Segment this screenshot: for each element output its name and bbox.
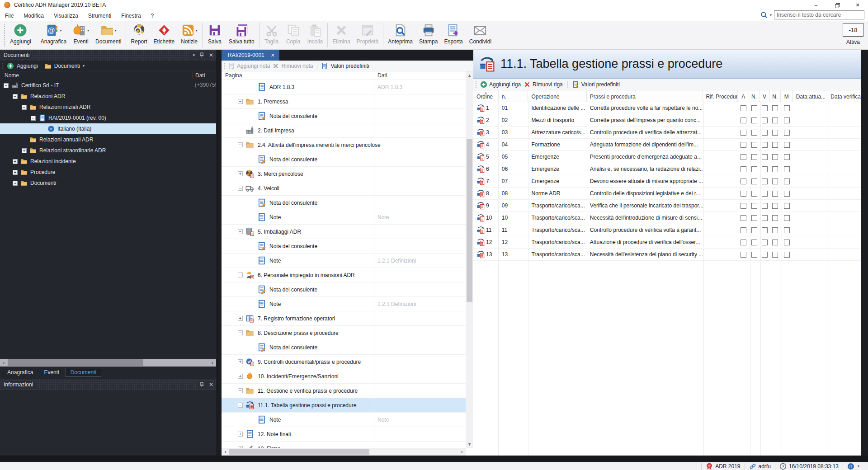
- checkbox-unchecked[interactable]: [741, 166, 746, 172]
- checkbox-unchecked[interactable]: [784, 130, 790, 136]
- page-item-8-descrizione-prassi-e-procedure[interactable]: −8. Descrizione prassi e procedure: [222, 326, 466, 340]
- menu-finestra[interactable]: Finestra: [116, 10, 146, 21]
- tree-item-relazioni-annuali-adr[interactable]: Relazioni annuali ADR: [0, 134, 216, 145]
- page-item-13-firme[interactable]: +13. Firme: [222, 442, 466, 448]
- expand-icon[interactable]: +: [238, 374, 243, 379]
- page-item-1-premessa[interactable]: −1. Premessa: [222, 94, 466, 109]
- tree-item-relazioni-adr[interactable]: −Relazioni ADR: [0, 91, 216, 102]
- table-row-03[interactable]: 303Attrezzature carico/s...Controllo pro…: [473, 127, 861, 139]
- checkbox-unchecked[interactable]: [772, 215, 778, 221]
- checkbox-unchecked[interactable]: [751, 179, 757, 184]
- collapse-icon[interactable]: −: [22, 105, 27, 110]
- checkbox-unchecked[interactable]: [751, 215, 757, 221]
- pin-icon[interactable]: [199, 382, 204, 387]
- left-scope-button[interactable]: Documenti: [54, 63, 80, 69]
- column-header-nome[interactable]: Nome: [5, 72, 19, 79]
- checkbox-unchecked[interactable]: [762, 191, 768, 197]
- checkbox-unchecked[interactable]: [751, 154, 757, 160]
- table-column-header-v[interactable]: V: [760, 90, 770, 102]
- collapse-icon[interactable]: −: [238, 330, 243, 335]
- collapse-icon[interactable]: −: [238, 186, 243, 191]
- checkbox-unchecked[interactable]: [784, 142, 790, 148]
- page-item-nota-del-consulente[interactable]: Nota del consulente: [222, 340, 466, 355]
- page-item-12-note-finali[interactable]: +12. Note finali: [222, 427, 466, 442]
- checkbox-unchecked[interactable]: [772, 179, 778, 184]
- tree-item-relazioni-straordinarie-adr[interactable]: +Relazioni straordinarie ADR: [0, 145, 216, 156]
- checkbox-unchecked[interactable]: [762, 227, 768, 233]
- checkbox-unchecked[interactable]: [772, 191, 778, 197]
- elimina-button[interactable]: Elimina: [329, 21, 353, 49]
- aggiungi-riga-button[interactable]: Aggiungi riga: [480, 81, 521, 88]
- checkbox-unchecked[interactable]: [762, 154, 768, 160]
- checkbox-unchecked[interactable]: [751, 142, 757, 148]
- page-item-nota-del-consulente[interactable]: Nota del consulente: [222, 109, 466, 123]
- tab-close-icon[interactable]: ✕: [271, 52, 275, 58]
- tree-item-rai-2019-0001-rev-00[interactable]: −RAI/2019-0001 (rev. 00): [0, 113, 216, 123]
- column-header-dati[interactable]: Dati: [192, 72, 205, 79]
- scroll-left-icon[interactable]: ‹: [0, 359, 8, 367]
- minimize-button[interactable]: –: [806, 0, 826, 10]
- page-item-note[interactable]: NoteNote: [222, 413, 466, 427]
- page-item-nota-del-consulente[interactable]: Nota del consulente: [222, 282, 466, 297]
- checkbox-unchecked[interactable]: [751, 130, 757, 136]
- checkbox-unchecked[interactable]: [741, 154, 746, 160]
- panel-menu-caret-icon[interactable]: ▾: [193, 53, 195, 57]
- checkbox-unchecked[interactable]: [784, 118, 790, 123]
- scope-caret-icon[interactable]: ▾: [83, 64, 85, 68]
- page-item-3-merci-pericolose[interactable]: +3. Merci pericolose: [222, 167, 466, 181]
- checkbox-unchecked[interactable]: [741, 105, 746, 111]
- checkbox-unchecked[interactable]: [741, 240, 746, 245]
- table-column-header-n[interactable]: n.: [499, 90, 528, 102]
- checkbox-unchecked[interactable]: [751, 252, 757, 258]
- table-row-12[interactable]: 1212Trasporto/carico/sca...Attuazione di…: [473, 236, 861, 249]
- salva-button[interactable]: Salva: [204, 21, 226, 49]
- page-item-11-1-tabella-gestione-prassi-e-procedure[interactable]: −11.1. Tabella gestione prassi e procedu…: [222, 398, 466, 413]
- table-column-header-operazione[interactable]: Operazione: [528, 90, 586, 102]
- page-item-6-personale-impiegato-in-mansioni-adr[interactable]: −6. Personale impiegato in mansioni ADR: [222, 268, 466, 282]
- restore-button[interactable]: [826, 0, 847, 10]
- checkbox-unchecked[interactable]: [741, 191, 746, 197]
- tree-item-relazioni-incidente[interactable]: +Relazioni incidente: [0, 156, 216, 167]
- checkbox-unchecked[interactable]: [741, 227, 746, 233]
- documenti-button[interactable]: ▾Documenti: [92, 21, 124, 49]
- tree-item-documenti[interactable]: +Documenti: [0, 178, 216, 188]
- page-item-9-controlli-documentali-prassi-e-procedu[interactable]: +9. Controlli documentali/prassi e proce…: [222, 355, 466, 369]
- scrollbar-thumb[interactable]: [229, 449, 369, 455]
- checkbox-unchecked[interactable]: [751, 118, 757, 123]
- checkbox-unchecked[interactable]: [772, 142, 778, 148]
- checkbox-unchecked[interactable]: [741, 130, 746, 136]
- dock-tab-documenti[interactable]: Documenti: [66, 368, 101, 377]
- checkbox-unchecked[interactable]: [762, 166, 768, 172]
- checkbox-unchecked[interactable]: [784, 215, 790, 221]
- table-column-header-rif-procedura[interactable]: Rif. Procedura: [703, 90, 738, 102]
- page-item-11-gestione-e-verifica-prassi-e-procedur[interactable]: −11. Gestione e verifica prassi e proced…: [222, 384, 466, 398]
- table-column-header-ordine[interactable]: ▲Ordine: [473, 90, 499, 102]
- checkbox-unchecked[interactable]: [762, 105, 768, 111]
- page-item-note[interactable]: Note1.2.1 Definizioni: [222, 297, 466, 311]
- expand-icon[interactable]: +: [238, 432, 243, 437]
- taglia-button[interactable]: Taglia: [261, 21, 283, 49]
- scrollbar-thumb[interactable]: [467, 139, 472, 302]
- page-item-4-veicoli[interactable]: −4. Veicoli: [222, 181, 466, 196]
- dock-splitter[interactable]: [216, 50, 222, 456]
- valori-predefiniti-button[interactable]: Valori predefiniti: [321, 62, 369, 70]
- checkbox-unchecked[interactable]: [762, 130, 768, 136]
- checkbox-unchecked[interactable]: [772, 154, 778, 160]
- checkbox-unchecked[interactable]: [772, 118, 778, 123]
- collapse-icon[interactable]: −: [238, 99, 243, 104]
- scroll-left-icon[interactable]: ‹: [222, 448, 229, 456]
- page-item-10-incidenti-emergenze-sanzioni[interactable]: +10. Incidenti/Emergenze/Sanzioni: [222, 369, 466, 384]
- pages-horizontal-scrollbar[interactable]: ‹ ›: [222, 448, 466, 456]
- page-item-nota-del-consulente[interactable]: Nota del consulente: [222, 152, 466, 167]
- table-row-10[interactable]: 1010Trasporto/carico/sca...Necessità del…: [473, 212, 861, 224]
- table-row-01[interactable]: 101Identificazione delle ...Corrette pro…: [473, 102, 861, 114]
- notizie-button[interactable]: ▾Notizie: [178, 21, 201, 49]
- menu-file[interactable]: File: [0, 10, 19, 21]
- table-row-13[interactable]: 1313Trasporto/carico/sca...Necessità del…: [473, 249, 861, 261]
- table-row-11[interactable]: 1111Trasporto/carico/sca...Controllo pro…: [473, 224, 861, 236]
- close-panel-icon[interactable]: ✕: [209, 381, 213, 388]
- checkbox-unchecked[interactable]: [762, 142, 768, 148]
- stampa-button[interactable]: Stampa: [416, 21, 441, 49]
- page-item-note[interactable]: Note1.2.1 Definizioni: [222, 254, 466, 268]
- collapse-icon[interactable]: −: [238, 229, 243, 234]
